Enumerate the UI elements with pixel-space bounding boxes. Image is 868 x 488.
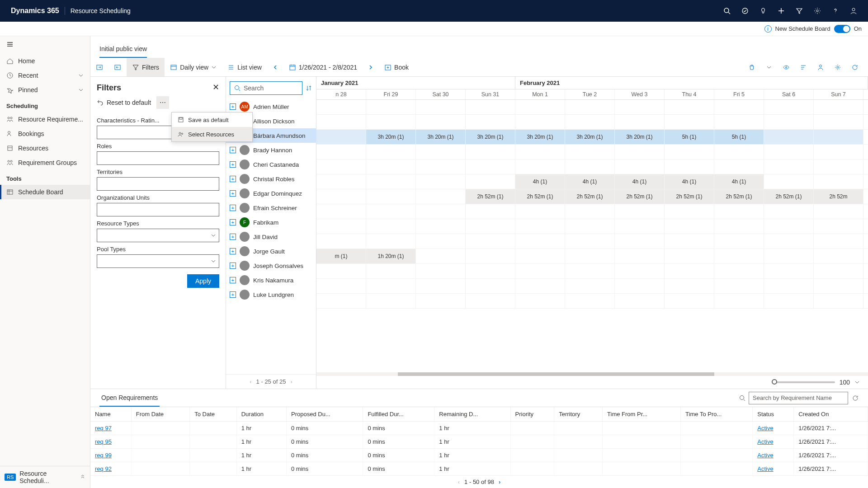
new-board-toggle[interactable] [834,25,850,33]
grid-cell[interactable] [814,204,863,219]
expand-icon[interactable]: + [230,103,236,110]
zoom-slider[interactable] [772,381,835,383]
req-name-link[interactable]: req 99 [95,452,112,459]
grid-cell[interactable] [714,234,764,249]
grid-cell[interactable] [366,160,416,174]
grid-cell[interactable] [416,279,466,293]
grid-cell[interactable] [615,249,665,263]
daily-view-button[interactable]: Daily view [165,58,222,76]
lightbulb-icon[interactable] [754,0,772,22]
grid-cell[interactable] [416,115,466,129]
apply-button[interactable]: Apply [187,274,219,288]
grid-cell[interactable] [714,279,764,293]
grid-cell[interactable] [416,249,466,263]
grid-cell[interactable] [615,145,665,159]
grid-cell[interactable] [814,160,863,174]
search-icon[interactable] [718,0,736,22]
grid-cell[interactable] [615,264,665,278]
pager-prev-icon[interactable]: ‹ [250,378,251,385]
resource-row[interactable]: +Kris Nakamura [226,273,316,287]
info-icon[interactable]: i [764,25,772,33]
table-header[interactable]: Name [90,407,131,422]
req-status-link[interactable]: Active [757,438,773,445]
grid-cell[interactable]: 3h 20m (1) [416,130,466,144]
grid-cell[interactable] [366,204,416,219]
expand-icon[interactable]: + [230,147,236,153]
grid-cell[interactable] [316,174,366,189]
grid-cell[interactable] [665,234,714,249]
menu-save-default[interactable]: Save as default [172,113,252,127]
grid-cell[interactable] [316,219,366,234]
grid-cell[interactable] [615,219,665,234]
grid-cell[interactable] [565,204,615,219]
grid-cell[interactable] [366,115,416,129]
grid-cell[interactable] [565,294,615,308]
expand-icon[interactable]: + [230,176,236,182]
book-button[interactable]: Book [379,58,414,76]
table-header[interactable]: Fulfilled Dur... [363,407,434,422]
grid-cell[interactable] [366,145,416,159]
person-icon[interactable] [813,60,828,75]
grid-cell[interactable] [814,279,863,293]
grid-cell[interactable] [764,249,814,263]
table-header[interactable]: Duration [236,407,286,422]
grid-cell[interactable] [416,219,466,234]
grid-cell[interactable] [665,279,714,293]
req-pager-prev[interactable]: ‹ [458,479,460,485]
grid-cell[interactable] [565,249,615,263]
grid-cell[interactable] [764,234,814,249]
grid-cell[interactable] [615,234,665,249]
grid-cell[interactable] [764,100,814,114]
date-prev-button[interactable] [267,58,283,76]
grid-cell[interactable] [316,294,366,308]
grid-cell[interactable] [565,145,615,159]
resource-row[interactable]: +Cheri Castaneda [226,157,316,172]
nav-resources[interactable]: Resources [0,141,90,155]
grid-cell[interactable] [366,100,416,114]
resource-row[interactable]: +Brady Hannon [226,143,316,157]
req-status-link[interactable]: Active [757,452,773,459]
grid-cell[interactable] [615,115,665,129]
grid-cell[interactable] [764,115,814,129]
expand-left-icon[interactable] [108,58,127,76]
user-icon[interactable] [844,0,863,22]
grid-cell[interactable] [714,100,764,114]
grid-cell[interactable] [665,145,714,159]
grid-cell[interactable] [714,294,764,308]
grid-cell[interactable] [665,294,714,308]
nav-pinned[interactable]: Pinned [0,83,90,97]
help-icon[interactable] [826,0,844,22]
grid-cell[interactable] [515,204,565,219]
grid-cell[interactable] [466,160,515,174]
grid-cell[interactable] [714,145,764,159]
grid-cell[interactable]: 5h (1) [714,130,764,144]
grid-cell[interactable] [316,279,366,293]
table-header[interactable]: Priority [510,407,554,422]
resource-search-input[interactable]: Search [230,81,302,95]
nav-footer[interactable]: RS Resource Scheduli... [0,466,90,488]
grid-cell[interactable] [515,100,565,114]
date-range-button[interactable]: 1/26/2021 - 2/8/2021 [283,58,363,76]
grid-cell[interactable] [416,294,466,308]
expand-icon[interactable]: + [230,248,236,254]
grid-cell[interactable] [814,174,863,189]
resource-row[interactable]: +Joseph Gonsalves [226,258,316,273]
table-header[interactable]: Time To Pro... [681,407,753,422]
resource-row[interactable]: +Efrain Schreiner [226,201,316,215]
grid-cell[interactable] [665,115,714,129]
nav-resource-requirements[interactable]: Resource Requireme... [0,112,90,127]
table-header[interactable]: To Date [190,407,236,422]
expand-icon[interactable]: + [230,263,236,269]
grid-cell[interactable] [316,204,366,219]
grid-cell[interactable] [814,130,863,144]
expand-icon[interactable]: + [230,234,236,240]
refresh-icon[interactable] [852,394,859,402]
req-pager-next[interactable]: › [499,479,500,485]
grid-cell[interactable]: 3h 20m (1) [565,130,615,144]
grid-cell[interactable] [714,219,764,234]
grid-cell[interactable] [764,160,814,174]
hamburger-icon[interactable] [0,36,90,54]
resource-row[interactable]: +Jorge Gault [226,244,316,258]
grid-cell[interactable] [714,249,764,263]
tab-open-requirements[interactable]: Open Requirements [99,389,160,407]
